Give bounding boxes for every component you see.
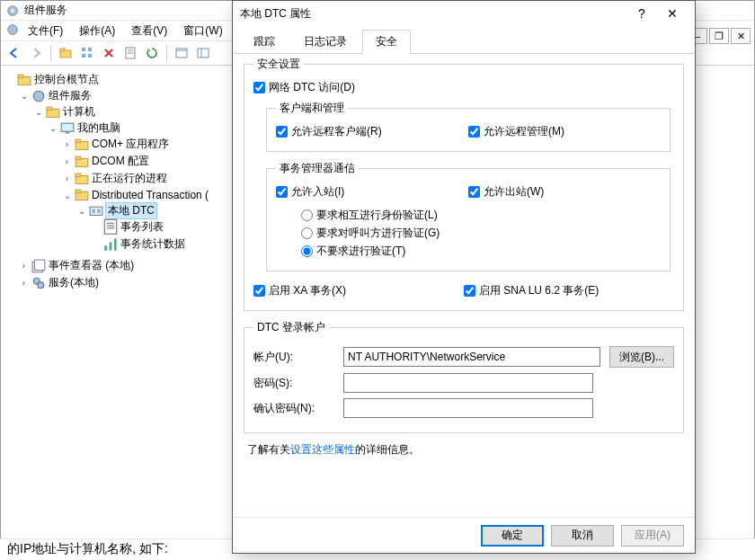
svg-rect-33 — [97, 209, 100, 213]
help-button[interactable]: ? — [626, 3, 657, 24]
security-settings-legend: 安全设置 — [253, 57, 304, 72]
browse-button[interactable]: 浏览(B)... — [609, 346, 674, 368]
svg-rect-21 — [61, 123, 74, 131]
tree-complus[interactable]: COM+ 应用程序 — [92, 137, 169, 152]
cancel-button[interactable]: 取消 — [551, 525, 614, 547]
menu-action[interactable]: 操作(A) — [72, 22, 122, 40]
collapse-icon[interactable]: ⌄ — [19, 91, 29, 101]
info-link[interactable]: 设置这些属性 — [290, 443, 355, 456]
menu-view[interactable]: 查看(V) — [124, 22, 174, 40]
account-label: 帐户(U): — [253, 350, 343, 365]
allow-outbound-checkbox[interactable]: 允许出站(W) — [468, 184, 661, 200]
expand-icon[interactable] — [4, 75, 14, 84]
collapse-icon[interactable]: ⌄ — [76, 206, 86, 216]
confirm-password-input[interactable] — [343, 398, 593, 418]
logon-account-group: DTC 登录帐户 帐户(U): 浏览(B)... 密码(S): 确认密码(N): — [244, 320, 684, 433]
tool-refresh-button[interactable] — [142, 43, 162, 63]
tree-event-viewer[interactable]: 事件查看器 (本地) — [49, 258, 134, 273]
enable-xa-checkbox[interactable]: 启用 XA 事务(X) — [253, 283, 464, 298]
svg-point-44 — [38, 281, 44, 288]
close-button[interactable]: ✕ — [657, 3, 688, 24]
svg-rect-31 — [90, 207, 102, 215]
tool-window1-button[interactable] — [172, 43, 191, 63]
svg-rect-7 — [82, 54, 85, 58]
enable-sna-checkbox[interactable]: 启用 SNA LU 6.2 事务(E) — [464, 283, 674, 298]
child-close-button[interactable]: ✕ — [731, 28, 751, 44]
expand-icon[interactable]: › — [62, 173, 72, 183]
expand-icon[interactable]: › — [19, 261, 29, 271]
collapse-icon[interactable]: ⌄ — [62, 191, 72, 200]
svg-point-1 — [11, 9, 14, 13]
svg-rect-22 — [66, 131, 70, 133]
dtc-properties-dialog: 本地 DTC 属性 ? ✕ 跟踪 日志记录 安全 安全设置 网络 DTC 访问(… — [232, 0, 696, 554]
nav-back-button[interactable] — [4, 43, 24, 63]
tab-security[interactable]: 安全 — [362, 30, 411, 54]
tree-tx-list[interactable]: 事务列表 — [120, 219, 164, 235]
svg-rect-8 — [88, 54, 92, 58]
tab-trace[interactable]: 跟踪 — [240, 30, 289, 53]
expand-icon[interactable]: › — [62, 139, 72, 149]
apply-button[interactable]: 应用(A) — [621, 525, 684, 547]
svg-rect-6 — [88, 48, 92, 51]
expand-icon[interactable]: › — [62, 156, 72, 166]
svg-rect-34 — [104, 220, 116, 235]
allow-remote-client-checkbox[interactable]: 允许远程客户端(R) — [276, 124, 468, 139]
tree-pane[interactable]: 控制台根节点 ⌄组件服务 ⌄计算机 ⌄我的电脑 — [1, 67, 235, 559]
tree-dtc[interactable]: Distributed Transaction ( — [92, 189, 209, 201]
tree-tx-stats[interactable]: 事务统计数据 — [120, 236, 185, 252]
svg-rect-17 — [18, 75, 23, 77]
folder-icon — [17, 73, 31, 87]
child-restore-button[interactable]: ❐ — [709, 28, 729, 44]
svg-rect-14 — [198, 49, 209, 58]
folder-icon — [75, 155, 89, 169]
tool-window2-button[interactable] — [193, 43, 213, 63]
auth-none-radio[interactable]: 不要求进行验证(T) — [301, 244, 661, 259]
network-dtc-checkbox[interactable]: 网络 DTC 访问(D) — [253, 80, 674, 95]
tree-running[interactable]: 正在运行的进程 — [92, 171, 167, 186]
ok-button[interactable]: 确定 — [481, 525, 544, 547]
tabstrip: 跟踪 日志记录 安全 — [233, 26, 695, 54]
tree-computers[interactable]: 计算机 — [63, 104, 95, 120]
auth-caller-radio[interactable]: 要求对呼叫方进行验证(G) — [301, 226, 661, 241]
svg-rect-26 — [76, 156, 81, 159]
password-input[interactable] — [343, 373, 593, 393]
folder-icon — [75, 188, 89, 202]
allow-inbound-checkbox[interactable]: 允许入站(I) — [276, 184, 468, 200]
tool-delete-button[interactable] — [99, 43, 119, 63]
eventviewer-icon — [31, 259, 46, 273]
tree-root[interactable]: 控制台根节点 — [34, 72, 99, 87]
dialog-title: 本地 DTC 属性 — [240, 6, 626, 22]
nav-forward-button[interactable] — [26, 43, 46, 63]
svg-rect-32 — [92, 209, 94, 213]
svg-rect-30 — [76, 190, 81, 192]
list-icon — [103, 220, 118, 235]
svg-rect-42 — [34, 260, 44, 270]
tab-logging[interactable]: 日志记录 — [290, 30, 360, 53]
svg-rect-38 — [104, 245, 107, 250]
account-input[interactable] — [343, 347, 600, 367]
svg-rect-40 — [114, 238, 117, 250]
client-admin-group: 客户端和管理 允许远程客户端(R) 允许远程管理(M) — [266, 101, 671, 152]
menu-file[interactable]: 文件(F) — [21, 22, 70, 40]
tree-local-dtc[interactable]: 本地 DTC — [106, 203, 156, 218]
info-line: 了解有关设置这些属性的详细信息。 — [247, 442, 680, 458]
menu-window[interactable]: 窗口(W) — [176, 22, 229, 40]
tool-show-folder-button[interactable] — [56, 43, 76, 63]
confirm-password-label: 确认密码(N): — [253, 401, 343, 416]
gear-icon — [31, 89, 46, 103]
tool-grid-button[interactable] — [77, 43, 97, 63]
folder-icon — [75, 172, 89, 186]
collapse-icon[interactable]: ⌄ — [48, 123, 58, 133]
tree-compsvc[interactable]: 组件服务 — [49, 88, 92, 103]
svg-point-2 — [8, 24, 18, 34]
tree-my-computer[interactable]: 我的电脑 — [77, 120, 120, 136]
auth-mutual-radio[interactable]: 要求相互进行身份验证(L) — [301, 208, 661, 223]
folder-icon — [75, 138, 89, 152]
tool-properties-button[interactable] — [120, 43, 140, 63]
allow-remote-admin-checkbox[interactable]: 允许远程管理(M) — [468, 124, 661, 139]
folder-icon — [46, 105, 60, 120]
tree-dcom[interactable]: DCOM 配置 — [92, 154, 149, 169]
tree-services[interactable]: 服务(本地) — [49, 275, 99, 290]
collapse-icon[interactable]: ⌄ — [33, 107, 43, 117]
expand-icon[interactable]: › — [19, 278, 29, 288]
